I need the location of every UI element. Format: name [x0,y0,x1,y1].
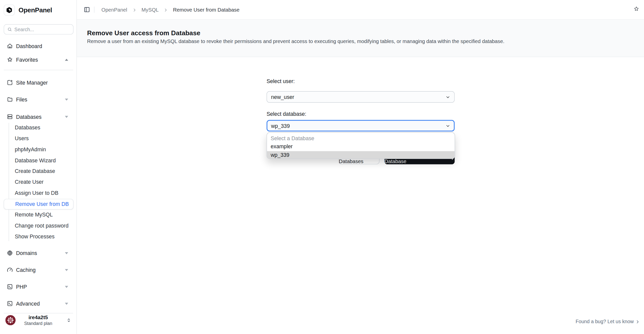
user-name: ire4a2t5 [15,315,61,321]
globe-icon [7,250,13,256]
chevron-up-icon [65,59,68,61]
chevron-down-icon [65,286,68,288]
sidebar-item-label: Site Manager [16,80,48,86]
report-bug-link[interactable]: Found a bug? Let us know [576,319,640,324]
chevron-down-icon [65,116,68,118]
user-select-value: new_user [271,94,294,100]
user-menu[interactable]: ire4a2t5 Standard plan [0,314,77,333]
page-title: Remove User access from Database [87,30,200,37]
sidebar-item-dashboard[interactable]: Dashboard [4,41,73,51]
sidebar-item-advanced[interactable]: Advanced [4,298,73,309]
user-texts: ire4a2t5 Standard plan [15,314,61,326]
terminal-icon [7,284,13,290]
site-window-icon [7,80,13,86]
sidebar-item-users[interactable]: Users [4,133,73,144]
breadcrumb-current-page: Remove User from Database [173,7,239,13]
breadcrumb-mysql[interactable]: MySQL [141,7,159,13]
user-select[interactable]: new_user [267,91,454,103]
sidebar-item-label: Files [16,96,27,102]
sidebar-item-domains[interactable]: Domains [4,248,73,258]
home-icon [7,43,13,49]
chevron-right-icon [635,319,640,324]
sidebar: OpenPanel Dashboard Favorites [0,0,77,334]
select-user-label: Select user: [267,78,295,84]
sidebar-item-label: Caching [16,267,36,273]
topbar: OpenPanel MySQL Remove User from Databas… [77,0,644,20]
sidebar-item-label: Databases [16,114,42,120]
sidebar-item-label: Domains [16,250,37,256]
dropdown-option-exampler[interactable]: exampler [267,143,455,151]
gauge-icon [7,267,13,273]
chevron-down-icon [65,269,68,271]
sidebar-item-label: Dashboard [16,43,42,49]
chevron-right-icon [132,8,137,12]
sidebar-item-show-processes[interactable]: Show Processes [4,231,73,242]
select-database-label: Select database: [267,111,306,117]
sidebar-item-assign-user-to-db[interactable]: Assign User to DB [4,188,73,198]
sidebar-item-create-database[interactable]: Create Database [4,166,73,176]
sidebar-item-databases[interactable]: Databases [4,111,73,122]
chevron-down-icon [446,123,450,128]
search-input[interactable] [14,26,66,32]
sidebar-item-files[interactable]: Files [4,94,73,105]
sidebar-item-phpmyadmin[interactable]: phpMyAdmin [4,144,73,155]
sidebar-item-label: Favorites [16,56,38,62]
chevron-down-icon [446,95,450,99]
server-icon [7,114,13,120]
chevron-right-icon [164,8,168,12]
page-header: Remove User access from Database Remove … [77,20,644,57]
avatar [5,315,16,325]
sidebar-item-databases-list[interactable]: Databases [4,122,73,133]
sidebar-item-create-user[interactable]: Create User [4,177,73,187]
dropdown-option-placeholder[interactable]: Select a Database [267,134,455,143]
terminal-icon [7,301,13,307]
sidebar-item-remote-mysql[interactable]: Remote MySQL [4,209,73,220]
dropdown-option-wp339[interactable]: wp_339 [267,151,455,159]
chevron-down-icon [65,303,68,305]
sidebar-item-favorites[interactable]: Favorites [4,54,73,65]
sidebar-toggle-icon[interactable] [84,7,90,13]
chevrons-up-down-icon [66,318,71,323]
chevron-down-icon [65,98,68,100]
database-select[interactable]: wp_339 [267,120,454,132]
bug-link-label: Found a bug? Let us know [576,319,634,324]
sidebar-item-caching[interactable]: Caching [4,265,73,275]
star-icon [7,57,13,62]
folder-icon [7,97,13,102]
page-description: Remove a user from an existing MySQL dat… [87,39,504,44]
sidebar-item-database-wizard[interactable]: Database Wizard [4,155,73,166]
user-plan: Standard plan [15,321,61,326]
favorite-star-icon[interactable] [634,6,639,11]
sidebar-item-php[interactable]: PHP [4,281,73,292]
sidebar-item-remove-user-from-db[interactable]: Remove User from DB [4,199,73,209]
sidebar-item-label: PHP [16,284,27,290]
brand-name: OpenPanel [18,5,52,16]
openpanel-logo [4,5,15,16]
search-icon [7,27,12,32]
sidebar-item-site-manager[interactable]: Site Manager [4,77,73,88]
chevron-down-icon [65,252,68,254]
sidebar-divider [4,313,73,314]
sidebar-item-change-root-password[interactable]: Change root password [4,220,73,231]
breadcrumb-openpanel[interactable]: OpenPanel [101,7,127,13]
search-box [4,24,73,34]
breadcrumb: OpenPanel MySQL Remove User from Databas… [101,0,240,20]
database-select-value: wp_339 [271,123,290,129]
database-select-dropdown: Select a Database exampler wp_339 [267,132,455,159]
sidebar-item-label: Advanced [16,301,40,307]
sidebar-divider [4,70,73,70]
openpanel-hexagon-logo-icon [6,7,13,14]
topbar-divider [94,7,95,13]
